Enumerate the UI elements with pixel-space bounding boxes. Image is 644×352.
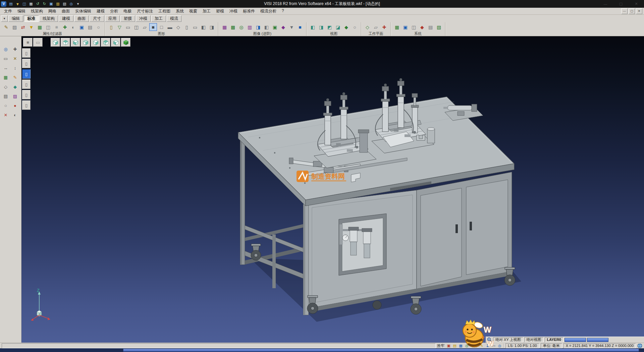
filter-icon[interactable]: ▼ [28, 23, 35, 31]
view-menu-icon[interactable]: ≡ [23, 38, 33, 47]
system-display-icon[interactable]: ▣ [401, 23, 409, 31]
view-cube-front-icon[interactable] [61, 38, 70, 47]
workplane-display-icon[interactable]: ▭ [33, 38, 43, 47]
graphics-box-icon[interactable]: ▭ [124, 23, 132, 31]
sketch-icon[interactable]: ✎ [11, 74, 19, 81]
menu-machining[interactable]: 加工 [200, 8, 213, 15]
image-rows-icon[interactable]: ▥ [246, 23, 254, 31]
print-icon[interactable]: ▦ [28, 1, 34, 7]
view-shaded-render-icon[interactable] [121, 38, 130, 47]
delete-icon[interactable]: ✕ [2, 112, 9, 118]
layer-field[interactable]: LAYER0 [545, 337, 564, 342]
graphics-shaded-icon[interactable]: ■ [149, 23, 157, 31]
layers-icon[interactable]: ▤ [2, 93, 9, 99]
layer-manager-icon[interactable]: ▥ [55, 1, 61, 7]
lock-toggle-icon[interactable]: ▣ [446, 343, 451, 348]
display-transparent-icon[interactable]: ▯ [22, 80, 31, 89]
layer-color-bar[interactable] [565, 338, 586, 342]
view-cube-iso-sw-icon[interactable] [111, 38, 120, 47]
3d-viewport[interactable]: 制造资料网 Z ≡▭ ▯▯▯▯▯▯ [21, 36, 644, 343]
image-box-icon[interactable]: ▣ [271, 23, 279, 31]
attr-toggle-icon[interactable]: ◐ [69, 23, 77, 31]
system-hatch-icon[interactable]: ▧ [435, 23, 443, 31]
tab-wireframe[interactable]: 线架构 [39, 15, 58, 22]
tab-machining[interactable]: 加工 [151, 15, 166, 22]
pen-color-bar[interactable] [587, 338, 608, 342]
target-icon[interactable]: ◎ [497, 343, 502, 348]
horizontal-scrollbar[interactable] [0, 348, 644, 352]
point-tool-icon[interactable]: ● [11, 102, 19, 109]
graphics-section-icon[interactable]: ◧ [200, 23, 207, 31]
menu-standard-parts[interactable]: 标准件 [240, 8, 258, 15]
scale-field[interactable]: LS: 1.00 PS: 1.00 [505, 343, 539, 348]
menu-window[interactable]: 视窗 [186, 8, 200, 15]
view-fit-icon[interactable]: ◆ [342, 23, 350, 31]
view-cube-top-icon[interactable] [51, 38, 60, 47]
save-icon[interactable]: ◫ [21, 1, 28, 7]
view-orbit-icon[interactable]: ○ [351, 23, 359, 31]
app-icon[interactable]: V [1, 1, 6, 7]
menu-analysis[interactable]: 分析 [107, 8, 121, 15]
tab-edit[interactable]: 编辑 [8, 15, 23, 22]
display-hidden-line-icon[interactable]: ▯ [22, 59, 31, 68]
display-analysis-icon[interactable]: ▯ [22, 100, 31, 110]
image-solid-icon[interactable]: ■ [296, 23, 304, 31]
view-iso-icon[interactable]: ◩ [326, 23, 333, 31]
child-minimize-button[interactable]: — [621, 8, 628, 14]
tab-die[interactable]: 冲模 [136, 15, 151, 22]
graphics-solid-icon[interactable]: ▯ [183, 23, 191, 31]
redo-icon[interactable]: ↻ [41, 1, 48, 7]
graphics-tube-icon[interactable]: ◫ [132, 23, 140, 31]
zoom-select-icon[interactable]: ◎ [2, 46, 9, 52]
view-right-icon[interactable]: ◨ [317, 23, 325, 31]
graphics-cylinder-icon[interactable]: ▯ [107, 23, 115, 31]
display-shaded-icon[interactable]: ▯ [22, 69, 31, 79]
view-left-icon[interactable]: ◧ [309, 23, 317, 31]
move-icon[interactable]: ✚ [11, 46, 19, 52]
qat-dropdown-icon[interactable]: ▾ [75, 1, 81, 7]
attr-brush-icon[interactable]: ▨ [11, 23, 18, 31]
tab-dropdown-button[interactable]: ▾ [1, 15, 8, 22]
tab-standard[interactable]: 标准 [24, 15, 39, 22]
absolute-view-field[interactable]: 绝对视图 [524, 337, 544, 342]
menu-solid-edit[interactable]: 实体编辑 [72, 8, 94, 15]
help-icon[interactable]: ◎ [68, 1, 74, 7]
workplane-align-icon[interactable]: ▱ [372, 23, 380, 31]
graphics-ghost-icon[interactable]: ◇ [174, 23, 182, 31]
globe-icon[interactable] [637, 343, 642, 348]
system-grid-icon[interactable]: ▦ [393, 23, 401, 31]
mirror-vertical-icon[interactable]: ↕ [11, 64, 19, 71]
image-target-icon[interactable]: ◎ [237, 23, 245, 31]
tab-dimension[interactable]: 尺寸 [90, 15, 104, 22]
image-down-icon[interactable]: ▼ [288, 23, 296, 31]
menu-die[interactable]: 冲模 [227, 8, 240, 15]
graphics-cone-icon[interactable]: ▽ [116, 23, 123, 31]
child-restore-button[interactable]: ▢ [629, 8, 635, 14]
hatch-icon[interactable]: ▨ [11, 93, 19, 99]
image-diamond-icon[interactable]: ◆ [279, 23, 287, 31]
new-file-icon[interactable]: ▤ [8, 1, 14, 7]
trim-icon[interactable]: ✕ [11, 55, 19, 62]
graphics-render-icon[interactable]: ◨ [208, 23, 216, 31]
filter-grid-icon[interactable]: ▦ [36, 23, 44, 31]
lock-label[interactable]: 拴牢 [437, 343, 444, 348]
tab-modeling[interactable]: 建模 [59, 15, 73, 22]
graphics-prism-icon[interactable]: ▱ [141, 23, 149, 31]
graphics-wire-icon[interactable]: □ [158, 23, 165, 31]
attr-swap-icon[interactable]: ⇄ [19, 23, 27, 31]
menu-mold[interactable]: 塑模 [213, 8, 227, 15]
circle-tool-icon[interactable]: ○ [2, 102, 9, 109]
tab-application[interactable]: 应用 [105, 15, 120, 22]
view-iso2-icon[interactable]: ◪ [334, 23, 342, 31]
units-field[interactable]: 单位: 毫米 [541, 343, 562, 348]
child-close-button[interactable]: ✕ [636, 8, 642, 14]
display-section-icon[interactable]: ▯ [22, 90, 31, 99]
menu-wireframe[interactable]: 线架构 [28, 8, 46, 15]
image-mesh-icon[interactable]: ▩ [229, 23, 237, 31]
attr-pen-icon[interactable]: ✎ [2, 23, 10, 31]
scrollbar-thumb[interactable] [123, 349, 639, 352]
menu-surface[interactable]: 曲面 [59, 8, 72, 15]
graphics-hidden-icon[interactable]: ▬ [166, 23, 174, 31]
menu-file[interactable]: 文件 [1, 8, 15, 15]
attr-select-icon[interactable]: ▣ [78, 23, 86, 31]
